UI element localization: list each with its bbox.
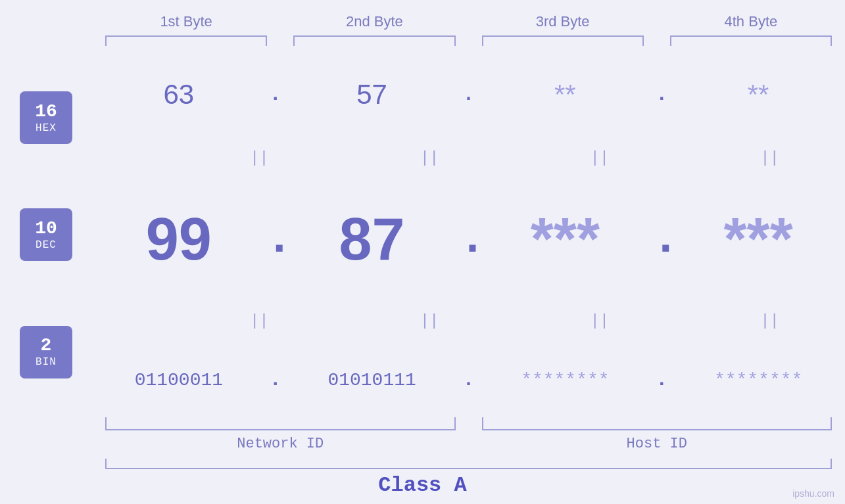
main-content: 16 HEX 10 DEC 2 BIN 63 . 57 [0, 53, 845, 417]
hex-val-4: ** [748, 79, 769, 110]
equals-row-2: || || || || [184, 312, 845, 330]
bracket-top-3 [482, 35, 644, 46]
bracket-network [105, 417, 456, 430]
class-label: Class A [0, 473, 845, 504]
bin-badge: 2 BIN [20, 326, 72, 378]
byte-col-4: 4th Byte [657, 13, 845, 46]
dec-cell-4: *** [671, 206, 845, 273]
byte-label-1: 1st Byte [92, 13, 280, 30]
hex-badge: 16 HEX [20, 91, 72, 144]
dec-val-4: *** [724, 206, 793, 272]
bin-val-2: 01010111 [327, 370, 416, 390]
eq-2-1: || [184, 312, 335, 330]
bin-cell-1: 01100011 [92, 370, 266, 390]
bin-row: 01100011 . 01010111 . ******** . *******… [92, 369, 845, 391]
eq-sep-6 [675, 312, 694, 330]
dot-bin-2: . [459, 369, 479, 391]
eq-sep-1 [335, 149, 354, 167]
dot-bin-1: . [266, 369, 285, 391]
bin-cell-4: ******** [671, 370, 845, 390]
dec-cell-1: 99 [92, 206, 266, 273]
dec-number: 10 [35, 219, 57, 239]
hex-number: 16 [35, 102, 57, 122]
bin-cell-3: ******** [479, 370, 652, 390]
brackets-row [92, 417, 845, 430]
dec-badge: 10 DEC [20, 208, 72, 261]
equals-row-1: || || || || [184, 149, 845, 167]
bin-val-1: 01100011 [135, 370, 223, 390]
hex-cell-3: ** [479, 79, 652, 110]
bin-val-3: ******** [521, 370, 609, 390]
dec-val-1: 99 [146, 206, 212, 272]
hex-label: HEX [36, 122, 57, 134]
bin-number: 2 [41, 336, 52, 356]
dot-dec-3: . [652, 214, 671, 265]
dec-label: DEC [36, 239, 57, 251]
dec-val-3: *** [531, 206, 600, 272]
dot-bin-3: . [652, 369, 671, 391]
eq-sep-5 [505, 312, 525, 330]
byte-labels-row: 1st Byte 2nd Byte 3rd Byte 4th Byte [92, 0, 845, 53]
eq-1-2: || [354, 149, 505, 167]
bin-cell-2: 01010111 [285, 370, 459, 390]
hex-cell-1: 63 [92, 79, 266, 110]
dot-hex-1: . [266, 83, 285, 106]
bin-val-4: ******** [714, 370, 802, 390]
hex-cell-2: 57 [285, 79, 459, 110]
eq-1-3: || [525, 149, 675, 167]
main-container: 1st Byte 2nd Byte 3rd Byte 4th Byte 16 H… [0, 0, 845, 504]
dec-row: 99 . 87 . *** . *** [92, 206, 845, 273]
dot-hex-3: . [652, 83, 671, 106]
bin-label: BIN [36, 356, 57, 368]
byte-col-2: 2nd Byte [280, 13, 468, 46]
eq-2-2: || [354, 312, 505, 330]
hex-cell-4: ** [671, 79, 845, 110]
hex-row: 63 . 57 . ** . ** [92, 79, 845, 110]
eq-1-4: || [694, 149, 845, 167]
eq-2-4: || [694, 312, 845, 330]
host-id-label: Host ID [469, 436, 846, 452]
hex-val-2: 57 [356, 79, 387, 110]
byte-label-4: 4th Byte [657, 13, 845, 30]
bracket-top-4 [670, 35, 832, 46]
hex-val-3: ** [554, 79, 576, 110]
labels-column: 16 HEX 10 DEC 2 BIN [0, 53, 92, 417]
eq-2-3: || [525, 312, 675, 330]
bracket-top-2 [293, 35, 455, 46]
bottom-section: Network ID Host ID [92, 417, 845, 452]
watermark: ipshu.com [792, 488, 834, 499]
byte-col-1: 1st Byte [92, 13, 280, 46]
network-id-label: Network ID [92, 436, 469, 452]
dec-cell-2: 87 [285, 206, 459, 273]
dot-hex-2: . [459, 83, 479, 106]
byte-col-3: 3rd Byte [469, 13, 657, 46]
dot-dec-1: . [266, 214, 285, 265]
dec-cell-3: *** [479, 206, 652, 273]
bracket-top-1 [105, 35, 267, 46]
overall-bracket [105, 459, 832, 469]
byte-label-2: 2nd Byte [280, 13, 468, 30]
eq-sep-3 [675, 149, 694, 167]
byte-label-3: 3rd Byte [469, 13, 657, 30]
id-labels-row: Network ID Host ID [92, 436, 845, 452]
hex-val-1: 63 [164, 79, 195, 110]
bracket-host [482, 417, 833, 430]
dec-val-2: 87 [339, 206, 405, 272]
eq-sep-2 [505, 149, 525, 167]
data-area: 63 . 57 . ** . ** || || [92, 53, 845, 417]
eq-1-1: || [184, 149, 335, 167]
eq-sep-4 [335, 312, 354, 330]
dot-dec-2: . [459, 214, 479, 265]
